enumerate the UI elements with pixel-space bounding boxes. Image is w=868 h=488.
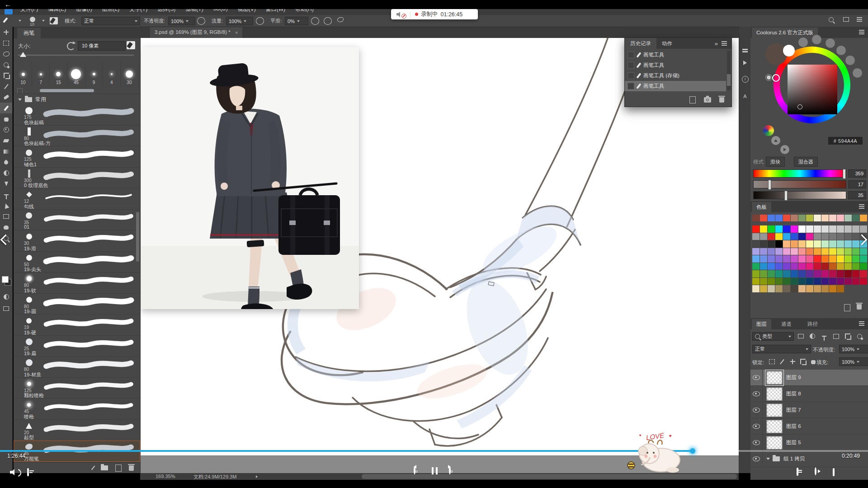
menu-item[interactable]: 文件(F) — [15, 9, 43, 13]
smoothing-dropdown[interactable]: 0% — [285, 17, 308, 25]
swatch[interactable] — [760, 215, 767, 221]
new-brush-icon[interactable] — [115, 465, 122, 472]
swatch[interactable] — [814, 278, 821, 285]
swatch[interactable] — [829, 285, 836, 292]
swatch[interactable] — [806, 263, 813, 270]
lock-transparent-icon[interactable] — [769, 358, 775, 365]
swatch[interactable] — [791, 240, 798, 248]
swatch[interactable] — [752, 278, 760, 285]
swatch[interactable] — [768, 263, 775, 270]
swatch[interactable] — [852, 278, 859, 285]
history-step[interactable]: 画笔工具 — [625, 81, 726, 91]
brush-list-item[interactable]: 125 颗粒喷枪 — [14, 378, 140, 399]
swatch[interactable] — [821, 240, 829, 248]
pen-tool-icon[interactable] — [0, 178, 12, 189]
color-model-ball-icon[interactable] — [763, 125, 774, 136]
zoom-readout[interactable]: 169.35% — [156, 474, 175, 479]
menu-item[interactable]: 3D(D) — [208, 9, 233, 13]
layer-filter-dropdown[interactable]: 类型 — [752, 332, 794, 341]
swatch[interactable] — [783, 278, 790, 285]
layer-thumbnail[interactable] — [766, 387, 783, 401]
fullscreen-icon[interactable] — [833, 469, 835, 475]
brush-picker-caret-icon[interactable] — [42, 20, 45, 22]
swatch[interactable] — [798, 278, 806, 285]
swatch[interactable] — [837, 263, 844, 270]
visibility-eye-icon[interactable] — [750, 435, 763, 450]
layer-row[interactable]: 图层 8 — [750, 386, 868, 402]
swatch[interactable] — [783, 270, 790, 277]
layer-row[interactable]: 图层 5 — [750, 435, 868, 451]
tab-brushes[interactable]: 画笔 — [17, 28, 41, 38]
history-step[interactable]: 画笔工具 — [625, 50, 726, 60]
swatch[interactable] — [752, 255, 760, 263]
wheel-option-icon[interactable] — [812, 35, 821, 44]
swatch[interactable] — [821, 255, 829, 263]
swatch[interactable] — [768, 225, 775, 233]
new-snapshot-icon[interactable] — [704, 97, 711, 103]
character-panel-icon[interactable]: A — [741, 93, 749, 100]
pause-button[interactable] — [432, 467, 438, 474]
triangle-mode-icon[interactable] — [771, 136, 780, 145]
swatch[interactable] — [760, 285, 767, 292]
swatch[interactable] — [775, 248, 783, 255]
layers-menu-icon[interactable] — [859, 323, 864, 324]
screen-mode-icon[interactable] — [0, 303, 12, 314]
back-icon[interactable]: ← — [5, 0, 11, 8]
history-source-checkbox[interactable] — [627, 72, 634, 79]
layer-thumbnail[interactable] — [766, 436, 783, 450]
swatch[interactable] — [844, 240, 852, 248]
swatch[interactable] — [760, 233, 767, 240]
swatch[interactable] — [783, 233, 790, 240]
filter-type-icon[interactable] — [821, 333, 827, 339]
swatch[interactable] — [752, 285, 760, 292]
lock-paint-icon[interactable] — [779, 358, 785, 365]
status-menu-caret-icon[interactable] — [256, 475, 258, 478]
swatch[interactable] — [768, 278, 775, 285]
saturation-value-square[interactable] — [788, 65, 837, 114]
tab-swatches[interactable]: 色板 — [752, 202, 771, 212]
layer-blend-mode-dropdown[interactable]: 正常 — [752, 345, 811, 353]
history-scrollbar[interactable] — [727, 51, 731, 90]
swatch[interactable] — [760, 270, 767, 277]
history-step[interactable]: 画笔工具 — [625, 60, 726, 70]
filter-smart-object-icon[interactable] — [844, 333, 851, 339]
swatch[interactable] — [791, 278, 798, 285]
swatch[interactable] — [775, 225, 783, 233]
swatch[interactable] — [844, 215, 852, 221]
brush-preset[interactable]: 9 — [85, 62, 103, 86]
size-slider-handle[interactable] — [20, 52, 26, 57]
hue-value[interactable]: 359 — [848, 169, 866, 178]
hue-cursor[interactable] — [772, 74, 780, 82]
swatch[interactable] — [806, 240, 813, 248]
swatch[interactable] — [821, 278, 829, 285]
swatch[interactable] — [798, 225, 806, 233]
lock-artboard-icon[interactable] — [800, 358, 806, 365]
brush-list-item[interactable]: 35 01 — [14, 210, 140, 231]
swatch[interactable] — [768, 285, 775, 292]
menu-item[interactable]: 图层(L) — [97, 9, 125, 13]
brush-list-item[interactable]: 80 19-材质 — [14, 357, 140, 378]
notes-icon[interactable] — [797, 469, 798, 475]
delete-brush-icon[interactable] — [129, 465, 134, 471]
forward-30-button[interactable]: 30 — [449, 467, 451, 474]
opacity-dropdown[interactable]: 100% — [168, 17, 195, 25]
swatch[interactable] — [791, 233, 798, 240]
brush-list-item[interactable]: 20 起型 — [14, 420, 140, 441]
swatch[interactable] — [760, 225, 767, 233]
swatch[interactable] — [814, 248, 821, 255]
paint-symmetry-icon[interactable] — [337, 17, 344, 24]
swatch[interactable] — [775, 263, 783, 270]
size-slider-track[interactable] — [18, 55, 134, 56]
swatch[interactable] — [844, 233, 852, 240]
reset-size-icon[interactable] — [67, 42, 75, 50]
brush-preset[interactable]: 10 — [14, 62, 32, 86]
value-slider-handle[interactable] — [784, 191, 788, 201]
swatch[interactable] — [760, 248, 767, 255]
menu-item[interactable]: 窗口(W) — [261, 9, 290, 13]
brush-tool-preset-icon[interactable] — [5, 17, 12, 24]
brush-list-item[interactable]: 125 铺色1 — [14, 146, 140, 168]
sv-cursor[interactable] — [797, 104, 802, 109]
swatch[interactable] — [860, 255, 867, 263]
layer-row[interactable]: 图层 9 — [750, 370, 868, 386]
hex-value-chip[interactable]: # 594A4A — [828, 137, 863, 145]
